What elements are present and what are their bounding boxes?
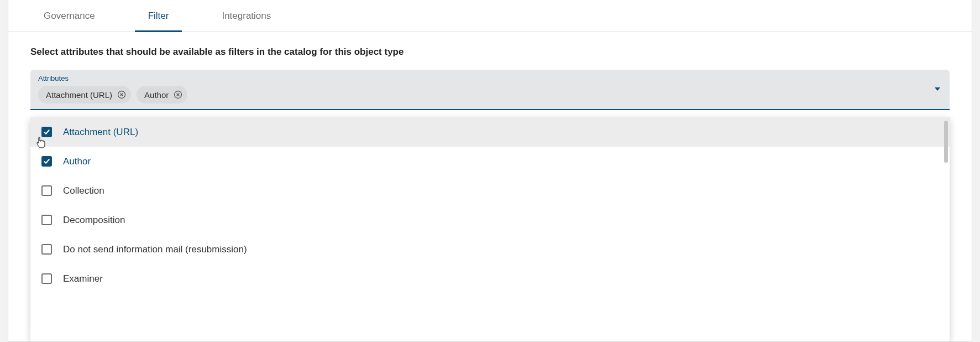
checkbox[interactable] [41,185,52,196]
option-item[interactable]: Do not send information mail (resubmissi… [30,235,950,264]
settings-card: Governance Filter Integrations Select at… [8,0,972,342]
checkbox[interactable] [41,273,52,284]
attributes-label: Attributes [38,74,942,82]
option-label: Do not send information mail (resubmissi… [63,244,247,255]
option-label: Decomposition [63,215,125,226]
tab-label: Governance [44,11,95,22]
attributes-field[interactable]: Attributes Attachment (URL) Author [30,70,950,110]
option-item[interactable]: Decomposition [30,205,950,235]
options-list: Attachment (URL)AuthorCollectionDecompos… [30,117,950,341]
chip: Attachment (URL) [38,86,131,103]
page-description: Select attributes that should be availab… [8,32,972,70]
option-item[interactable]: Attachment (URL) [30,117,950,147]
tab-label: Integrations [222,11,271,22]
option-label: Author [63,156,91,167]
tab-label: Filter [148,11,169,22]
option-label: Attachment (URL) [63,127,138,138]
option-item[interactable]: Examiner [30,264,950,293]
option-label: Examiner [63,273,103,284]
scrollbar-thumb[interactable] [944,121,948,163]
option-item[interactable]: Author [30,147,950,176]
tab-filter[interactable]: Filter [135,0,182,32]
checkbox[interactable] [41,127,52,137]
tab-integrations[interactable]: Integrations [208,0,284,32]
tab-governance[interactable]: Governance [30,0,108,32]
chip-label: Attachment (URL) [46,90,112,100]
dropdown-caret-icon[interactable] [934,85,941,95]
checkbox[interactable] [41,156,52,167]
chip-remove-icon[interactable] [117,90,127,100]
chip-remove-icon[interactable] [173,90,183,100]
tabs: Governance Filter Integrations [8,0,972,32]
option-label: Collection [63,185,104,196]
checkbox[interactable] [41,244,52,255]
chips-container: Attachment (URL) Author [38,86,942,103]
checkbox[interactable] [41,215,52,225]
attributes-dropdown: Attachment (URL)AuthorCollectionDecompos… [30,117,950,341]
chip: Author [137,86,187,103]
chip-label: Author [144,90,169,100]
option-item[interactable]: Collection [30,176,950,205]
